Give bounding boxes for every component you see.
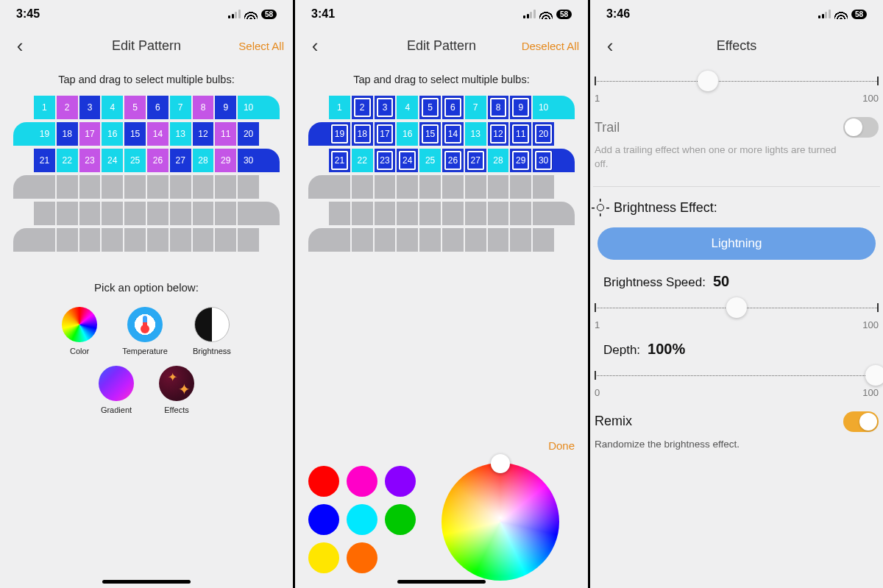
select-all-button[interactable]: Select All: [238, 40, 284, 52]
bulb-19[interactable]: 19: [329, 122, 350, 146]
bulb-17[interactable]: 17: [375, 122, 396, 146]
bulb-empty[interactable]: [215, 228, 236, 252]
bulb-9[interactable]: 9: [510, 96, 531, 119]
swatch-2[interactable]: [385, 466, 416, 497]
bulb-empty[interactable]: [124, 228, 146, 252]
bulb-empty[interactable]: [57, 228, 78, 252]
bulb-10[interactable]: 10: [533, 96, 554, 119]
bulb-empty[interactable]: [375, 175, 396, 199]
bulb-27[interactable]: 27: [170, 149, 191, 172]
bulb-empty[interactable]: [147, 202, 169, 225]
bulb-26[interactable]: 26: [147, 149, 169, 172]
bulb-2[interactable]: 2: [352, 96, 373, 119]
bulb-empty[interactable]: [442, 175, 464, 199]
bulb-22[interactable]: 22: [352, 149, 373, 172]
bulb-5[interactable]: 5: [124, 96, 146, 119]
bulb-17[interactable]: 17: [79, 122, 101, 146]
bulb-28[interactable]: 28: [193, 149, 214, 172]
bulb-27[interactable]: 27: [465, 149, 486, 172]
bulb-23[interactable]: 23: [375, 149, 396, 172]
bulb-6[interactable]: 6: [442, 96, 464, 119]
wheel-thumb[interactable]: [491, 454, 510, 473]
bulb-20[interactable]: 20: [533, 122, 554, 146]
bulb-21[interactable]: 21: [34, 149, 55, 172]
bulb-empty[interactable]: [57, 202, 78, 225]
top-slider[interactable]: [595, 74, 879, 88]
bulb-empty[interactable]: [57, 175, 78, 199]
bulb-empty[interactable]: [34, 175, 55, 199]
bulb-16[interactable]: 16: [397, 122, 418, 146]
bulb-8[interactable]: 8: [193, 96, 214, 119]
bulb-empty[interactable]: [375, 228, 396, 252]
bulb-empty[interactable]: [442, 228, 464, 252]
swatch-7[interactable]: [347, 542, 377, 573]
bulb-12[interactable]: 12: [193, 122, 214, 146]
bulb-19[interactable]: 19: [34, 122, 55, 146]
bulb-empty[interactable]: [352, 175, 373, 199]
bulb-empty[interactable]: [238, 175, 259, 199]
bulb-11[interactable]: 11: [215, 122, 236, 146]
home-indicator[interactable]: [102, 580, 191, 584]
bulb-3[interactable]: 3: [79, 96, 101, 119]
bulb-8[interactable]: 8: [488, 96, 509, 119]
bulb-empty[interactable]: [533, 175, 554, 199]
bulb-empty[interactable]: [79, 202, 101, 225]
bulb-empty[interactable]: [465, 228, 486, 252]
bulb-grid[interactable]: 1234567891019181716151413121120212223242…: [13, 96, 280, 252]
bulb-empty[interactable]: [397, 202, 418, 225]
bulb-16[interactable]: 16: [102, 122, 123, 146]
bulb-empty[interactable]: [329, 202, 350, 225]
bulb-7[interactable]: 7: [170, 96, 191, 119]
bulb-empty[interactable]: [419, 228, 441, 252]
bulb-7[interactable]: 7: [465, 96, 486, 119]
bulb-2[interactable]: 2: [57, 96, 78, 119]
bulb-29[interactable]: 29: [510, 149, 531, 172]
bulb-14[interactable]: 14: [442, 122, 464, 146]
bulb-empty[interactable]: [147, 175, 169, 199]
bulb-13[interactable]: 13: [170, 122, 191, 146]
bulb-30[interactable]: 30: [533, 149, 554, 172]
bulb-10[interactable]: 10: [238, 96, 259, 119]
bulb-empty[interactable]: [397, 175, 418, 199]
bulb-empty[interactable]: [193, 228, 214, 252]
bulb-empty[interactable]: [170, 175, 191, 199]
bulb-3[interactable]: 3: [375, 96, 396, 119]
bulb-empty[interactable]: [510, 175, 531, 199]
bulb-empty[interactable]: [488, 202, 509, 225]
bulb-5[interactable]: 5: [419, 96, 441, 119]
bulb-empty[interactable]: [124, 202, 146, 225]
depth-slider[interactable]: [595, 368, 879, 383]
swatch-1[interactable]: [347, 466, 377, 497]
bulb-30[interactable]: 30: [238, 149, 259, 172]
option-brightness[interactable]: [194, 307, 230, 342]
bulb-empty[interactable]: [34, 202, 55, 225]
bulb-4[interactable]: 4: [102, 96, 123, 119]
bulb-empty[interactable]: [79, 175, 101, 199]
bulb-empty[interactable]: [102, 175, 123, 199]
bulb-empty[interactable]: [397, 228, 418, 252]
bulb-empty[interactable]: [193, 202, 214, 225]
bulb-21[interactable]: 21: [329, 149, 350, 172]
bulb-4[interactable]: 4: [397, 96, 418, 119]
swatch-6[interactable]: [308, 542, 339, 573]
bulb-empty[interactable]: [419, 175, 441, 199]
swatch-3[interactable]: [308, 504, 339, 535]
bulb-empty[interactable]: [79, 228, 101, 252]
home-indicator[interactable]: [397, 580, 486, 584]
bulb-empty[interactable]: [329, 228, 350, 252]
bulb-1[interactable]: 1: [34, 96, 55, 119]
back-button[interactable]: ‹: [9, 36, 31, 55]
option-temperature[interactable]: [127, 307, 163, 342]
bulb-empty[interactable]: [352, 228, 373, 252]
bulb-22[interactable]: 22: [57, 149, 78, 172]
bulb-empty[interactable]: [102, 228, 123, 252]
bulb-24[interactable]: 24: [397, 149, 418, 172]
bulb-1[interactable]: 1: [329, 96, 350, 119]
swatch-4[interactable]: [347, 504, 377, 535]
bulb-empty[interactable]: [442, 202, 464, 225]
bulb-empty[interactable]: [238, 202, 259, 225]
bulb-empty[interactable]: [352, 202, 373, 225]
bulb-empty[interactable]: [238, 228, 259, 252]
speed-slider[interactable]: [595, 300, 879, 315]
option-effects[interactable]: [159, 366, 194, 401]
